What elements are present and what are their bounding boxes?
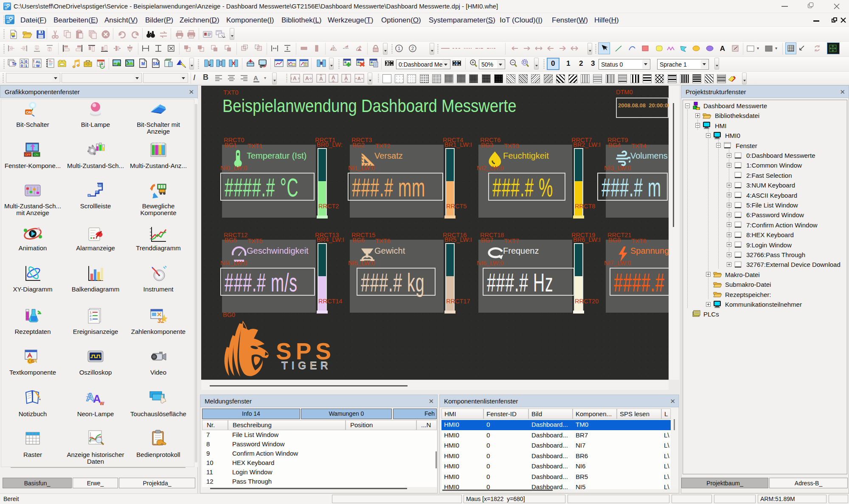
svg-text:0: 0 [21,64,23,68]
svg-text:ON: ON [26,110,32,115]
svg-text:ON: ON [34,153,39,156]
svg-text:1: 1 [25,64,27,68]
svg-text:A: A [253,74,258,81]
svg-text:W: W [100,401,104,406]
svg-text:OFF: OFF [25,153,31,156]
svg-text:W: W [36,64,40,68]
svg-text:A: A [332,75,335,81]
svg-text:A: A [344,76,348,81]
svg-text:2: 2 [411,46,414,51]
svg-text:Te: Te [12,62,17,66]
svg-text:3.: 3. [90,317,93,321]
svg-text:A: A [319,76,323,82]
svg-text:A: A [357,76,361,81]
svg-text:SM: SM [153,62,159,66]
svg-text:A: A [720,45,725,53]
svg-text:A: A [33,358,37,364]
svg-text:A: A [293,76,297,81]
svg-text:1: 1 [398,46,400,51]
svg-text:A: A [305,76,309,81]
svg-text:1: 1 [21,59,23,64]
svg-text:M: M [141,62,145,66]
svg-text:0: 0 [25,59,27,64]
svg-text:2: 2 [33,64,35,68]
